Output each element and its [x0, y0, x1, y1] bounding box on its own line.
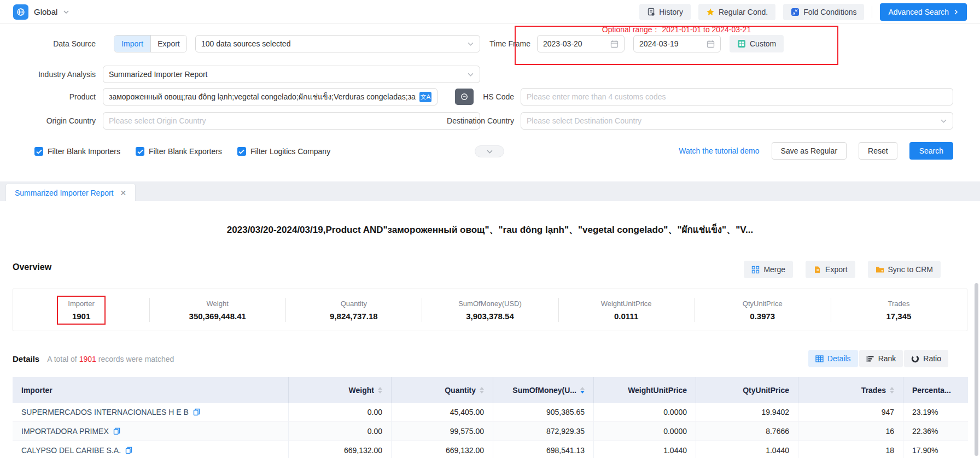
- translate-icon[interactable]: 文A: [419, 92, 431, 102]
- stat-label: SumOfMoney(USD): [458, 300, 522, 308]
- sum-cell: 872,929.35: [493, 422, 594, 441]
- custom-range-button[interactable]: Custom: [730, 35, 784, 52]
- destination-country-select[interactable]: Please select Destination Country: [521, 112, 953, 130]
- merge-button[interactable]: Merge: [744, 261, 793, 278]
- optional-range-note: Optional range： 2021-01-01 to 2024-03-21: [515, 25, 838, 35]
- region-selector[interactable]: Global: [13, 4, 69, 20]
- hs-code-label: HS Code: [459, 92, 514, 101]
- calendar-icon[interactable]: [707, 40, 715, 48]
- tab-label: Summarized Importer Report: [15, 189, 114, 197]
- overview-heading: Overview: [13, 262, 51, 272]
- sort-icon: [890, 387, 894, 394]
- history-label: History: [659, 8, 683, 16]
- sum-cell: 905,385.65: [493, 403, 594, 422]
- stat-label: QtyUnitPrice: [743, 300, 783, 308]
- close-icon[interactable]: ✕: [120, 189, 127, 197]
- overview-toolbar: Merge Export Sync to CRM: [744, 261, 941, 278]
- highlight-box-importer: Importer 1901: [57, 296, 105, 325]
- percentage-cell: 17.90%: [903, 441, 968, 458]
- copy-icon[interactable]: [113, 427, 120, 435]
- save-as-regular-button[interactable]: Save as Regular: [772, 142, 847, 160]
- filter-blank-importers-checkbox[interactable]: Filter Blank Importers: [34, 147, 120, 156]
- date-end-input[interactable]: [639, 39, 707, 48]
- date-end-field: [633, 35, 721, 52]
- rank-bars-icon: [866, 355, 874, 362]
- summary-prefix: A total of: [47, 355, 77, 363]
- globe-icon: [13, 4, 28, 20]
- star-icon: [706, 8, 715, 16]
- column-header-importer: Importer: [13, 377, 289, 403]
- percentage-cell: 22.36%: [903, 422, 968, 441]
- importer-link[interactable]: SUPERMERCADOS INTERNACIONALES H E B: [21, 408, 189, 416]
- table-row: SUPERMERCADOS INTERNACIONALES H E B 0.00…: [13, 403, 968, 422]
- filter-blank-exporters-checkbox[interactable]: Filter Blank Exporters: [136, 147, 222, 156]
- divider: [872, 6, 872, 18]
- details-heading: Details: [13, 354, 39, 363]
- fold-icon: [791, 8, 800, 16]
- qty-unit-price-cell: 1.0440: [696, 441, 798, 458]
- column-header-sum-of-money[interactable]: SumOfMoney(U...: [493, 377, 594, 403]
- copy-icon[interactable]: [125, 447, 132, 454]
- column-header-trades[interactable]: Trades: [798, 377, 903, 403]
- regular-cond-label: Regular Cond.: [719, 8, 768, 16]
- details-table: Importer Weight Quantity SumOfMoney(U...…: [13, 377, 968, 458]
- region-label: Global: [34, 7, 57, 16]
- origin-country-placeholder: Please select Origin Country: [109, 116, 206, 125]
- hs-code-input[interactable]: [527, 92, 947, 101]
- sum-cell: 698,541.13: [493, 441, 594, 458]
- filter-logitics-company-checkbox[interactable]: Filter Logitics Company: [237, 147, 330, 156]
- custom-range-label: Custom: [750, 39, 776, 48]
- importer-link[interactable]: CALYPSO DEL CARIBE S.A.: [21, 446, 121, 455]
- quantity-cell: 669,132.00: [392, 441, 493, 458]
- view-details-button[interactable]: Details: [808, 350, 858, 367]
- custom-grid-icon: [737, 39, 746, 48]
- data-sources-select[interactable]: 100 data sources selected: [195, 35, 480, 52]
- search-button[interactable]: Search: [909, 142, 953, 160]
- origin-country-select[interactable]: Please select Origin Country: [103, 112, 480, 130]
- importer-cell: SUPERMERCADOS INTERNACIONALES H E B: [13, 403, 289, 422]
- date-start-field: [537, 35, 625, 52]
- sync-to-crm-button[interactable]: Sync to CRM: [868, 261, 941, 278]
- weight-cell: 0.00: [289, 422, 392, 441]
- collapse-form-button[interactable]: [475, 145, 504, 157]
- stat-weight-unit-price: WeightUnitPrice 0.0111: [558, 289, 695, 331]
- column-header-qty-unit-price: QtyUnitPrice: [696, 377, 798, 403]
- view-ratio-button[interactable]: Ratio: [904, 350, 948, 367]
- copy-icon[interactable]: [193, 408, 200, 416]
- folder-sync-icon: [876, 266, 884, 273]
- vertical-scrollbar-thumb[interactable]: [975, 283, 978, 456]
- stat-trades: Trades 17,345: [831, 289, 967, 331]
- regular-cond-button[interactable]: Regular Cond.: [698, 4, 775, 20]
- form-actions: Watch the tutorial demo Save as Regular …: [679, 142, 953, 160]
- filter-checkboxes: Filter Blank Importers Filter Blank Expo…: [34, 142, 330, 161]
- reset-button[interactable]: Reset: [859, 142, 897, 160]
- industry-analysis-select[interactable]: Summarized Importer Report: [103, 66, 480, 83]
- qty-unit-price-cell: 19.9402: [696, 403, 798, 422]
- importer-cell: CALYPSO DEL CARIBE S.A.: [13, 441, 289, 458]
- data-source-toggle: Import Export: [114, 35, 187, 52]
- filter-label: Filter Logitics Company: [250, 147, 330, 156]
- product-label: Product: [11, 92, 96, 101]
- product-input[interactable]: [109, 92, 416, 101]
- history-button[interactable]: History: [639, 4, 691, 20]
- column-header-percentage: Percenta...: [903, 377, 968, 403]
- tab-summarized-importer-report[interactable]: Summarized Importer Report ✕: [5, 184, 136, 201]
- weight-unit-price-cell: 0.0000: [594, 403, 696, 422]
- importer-link[interactable]: IMPORTADORA PRIMEX: [21, 427, 109, 436]
- column-header-weight[interactable]: Weight: [289, 377, 392, 403]
- view-details-label: Details: [827, 354, 851, 363]
- fold-conditions-button[interactable]: Fold Conditions: [783, 4, 864, 20]
- table-icon: [815, 355, 824, 362]
- date-start-input[interactable]: [543, 39, 610, 48]
- stat-value: 9,824,737.18: [330, 312, 378, 321]
- export-tab[interactable]: Export: [150, 36, 186, 52]
- import-tab[interactable]: Import: [114, 36, 150, 52]
- calendar-icon[interactable]: [610, 40, 619, 48]
- data-source-label: Data Source: [11, 39, 96, 48]
- advanced-search-button[interactable]: Advanced Search: [880, 3, 967, 21]
- tutorial-link[interactable]: Watch the tutorial demo: [679, 146, 759, 155]
- search-form: Optional range： 2021-01-01 to 2024-03-21…: [0, 24, 980, 181]
- column-header-quantity[interactable]: Quantity: [392, 377, 493, 403]
- view-rank-button[interactable]: Rank: [859, 350, 903, 367]
- export-button[interactable]: Export: [806, 261, 855, 278]
